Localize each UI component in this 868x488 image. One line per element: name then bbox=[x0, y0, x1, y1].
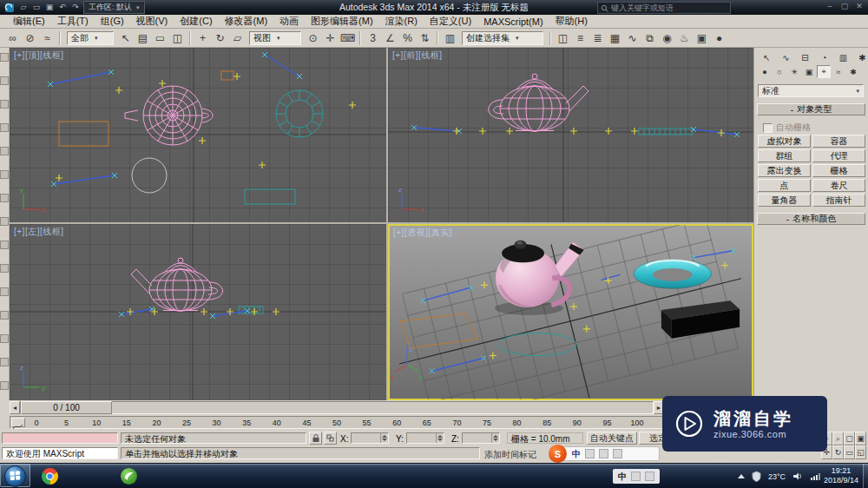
cameras-category-icon[interactable]: ▣ bbox=[802, 65, 816, 78]
helper-button[interactable]: 代理 bbox=[812, 149, 865, 162]
helper-button[interactable]: 容器 bbox=[812, 135, 865, 148]
geometry-category-icon[interactable]: ● bbox=[758, 65, 772, 78]
spinner[interactable] bbox=[436, 433, 444, 443]
material-editor-icon[interactable]: ◉ bbox=[659, 30, 675, 46]
grid-setting[interactable]: 栅格 = 10.0mm bbox=[507, 432, 583, 444]
rectangle-spline[interactable] bbox=[59, 122, 108, 146]
box-shaded[interactable] bbox=[661, 300, 740, 339]
viewport-perspective[interactable]: [+][透视][真实] bbox=[388, 224, 753, 400]
ime-toolbar[interactable]: S 中 bbox=[550, 446, 660, 461]
dock-icon[interactable] bbox=[0, 334, 9, 343]
torus-shaded[interactable] bbox=[634, 260, 711, 289]
lights-category-icon[interactable]: ☀ bbox=[787, 65, 801, 78]
search-input[interactable] bbox=[611, 3, 727, 12]
viewport-left-label[interactable]: [+][左][线框] bbox=[14, 226, 64, 238]
weather-indicator[interactable]: 23°C bbox=[768, 472, 786, 481]
language-mode[interactable]: 中 bbox=[618, 471, 627, 483]
select-by-name-icon[interactable]: ▤ bbox=[135, 30, 151, 46]
save-file-icon[interactable]: ▣ bbox=[43, 2, 56, 13]
schematic-view-icon[interactable]: ⧉ bbox=[641, 30, 658, 46]
keyboard-override-icon[interactable]: ⌨ bbox=[339, 30, 356, 46]
minimize-button[interactable]: – bbox=[824, 1, 836, 12]
display-tab-icon[interactable]: ▥ bbox=[834, 49, 852, 65]
motion-tab-icon[interactable]: ◔ bbox=[815, 49, 833, 65]
select-object-icon[interactable]: ↖ bbox=[117, 30, 134, 46]
orbit-icon[interactable]: ↻ bbox=[832, 445, 844, 459]
ime-keyboard-icon[interactable] bbox=[585, 449, 595, 458]
zoom-all-icon[interactable]: ⌕ bbox=[832, 432, 844, 445]
window-crossing-icon[interactable]: ◫ bbox=[169, 30, 186, 46]
viewport-left[interactable]: [+][左][线框] bbox=[10, 224, 386, 400]
spinner-snap-icon[interactable]: ⇅ bbox=[417, 30, 433, 46]
layer-manager-icon[interactable]: ≣ bbox=[589, 30, 606, 46]
teapot-left-wireframe[interactable] bbox=[131, 258, 223, 311]
dock-icon[interactable] bbox=[0, 76, 9, 85]
sogou-logo-icon[interactable]: S bbox=[549, 445, 567, 463]
volume-icon[interactable] bbox=[792, 472, 803, 481]
select-and-link-icon[interactable]: ∞ bbox=[4, 30, 21, 46]
redo-icon[interactable]: ↷ bbox=[69, 2, 82, 13]
dock-icon[interactable] bbox=[0, 170, 9, 179]
torus-left-wireframe[interactable] bbox=[239, 307, 263, 313]
bind-to-spacewarp-icon[interactable]: ≈ bbox=[39, 30, 56, 46]
percent-snap-icon[interactable]: % bbox=[399, 30, 416, 46]
dock-icon[interactable] bbox=[0, 53, 9, 62]
helper-button[interactable]: 虚拟对象 bbox=[758, 135, 811, 148]
modify-tab-icon[interactable]: ∿ bbox=[777, 49, 795, 65]
menu-item[interactable]: 创建(C) bbox=[174, 14, 218, 29]
maxscript-macro-recorder[interactable] bbox=[2, 432, 118, 444]
language-bar[interactable]: 中 bbox=[613, 469, 660, 484]
new-scene-icon[interactable]: ▱ bbox=[17, 2, 30, 13]
helper-button[interactable]: 露出变换 bbox=[758, 164, 811, 177]
helper-category-dropdown[interactable]: 标准 ▾ bbox=[758, 84, 864, 97]
search-box[interactable] bbox=[597, 2, 731, 14]
select-rotate-icon[interactable]: ↻ bbox=[212, 30, 228, 46]
show-desktop-button[interactable] bbox=[863, 464, 868, 488]
dock-icon[interactable] bbox=[0, 311, 9, 320]
teapot-top-wireframe[interactable] bbox=[125, 86, 213, 145]
dock-icon[interactable] bbox=[0, 264, 9, 273]
viewport-top-label[interactable]: [+][顶][线框] bbox=[14, 49, 64, 62]
shapes-category-icon[interactable]: ○ bbox=[773, 65, 786, 78]
menu-item[interactable]: MAXScript(M) bbox=[477, 16, 549, 28]
workspace-dropdown[interactable]: 工作区: 默认 ▾ bbox=[83, 1, 145, 14]
viewport-top[interactable]: [+][顶][线框] bbox=[10, 48, 386, 222]
start-button[interactable] bbox=[3, 465, 27, 488]
language-settings-icon[interactable] bbox=[645, 472, 654, 481]
close-button[interactable]: ✕ bbox=[853, 1, 865, 12]
helper-button[interactable]: 量角器 bbox=[758, 194, 811, 207]
ime-tools-icon[interactable] bbox=[613, 449, 622, 458]
menu-item[interactable]: 视图(V) bbox=[130, 14, 174, 29]
ime-mode-toggle[interactable]: 中 bbox=[572, 448, 581, 460]
helper-button[interactable]: 群组 bbox=[758, 149, 811, 162]
selection-lock-button[interactable] bbox=[309, 432, 322, 445]
z-coordinate-field[interactable] bbox=[462, 432, 500, 444]
show-hidden-icons-chevron[interactable] bbox=[738, 474, 745, 478]
viewport-front-label[interactable]: [+][前][线框] bbox=[392, 49, 443, 62]
create-tab-icon[interactable]: ↖ bbox=[758, 49, 776, 65]
dock-icon[interactable] bbox=[0, 194, 9, 202]
teapot-shaded[interactable] bbox=[496, 241, 584, 307]
viewport-front[interactable]: [+][前][线框] bbox=[388, 48, 753, 222]
point-helpers[interactable] bbox=[56, 73, 356, 181]
autogrid-checkbox[interactable] bbox=[763, 123, 773, 133]
viewport-perspective-label[interactable]: [+][透视][真实] bbox=[393, 227, 452, 239]
absolute-offset-toggle[interactable] bbox=[324, 432, 337, 445]
menu-item[interactable]: 编辑(E) bbox=[7, 14, 51, 29]
taskbar-clock[interactable]: 19:21 2018/9/14 bbox=[819, 466, 863, 485]
zoom-region-icon[interactable]: ▭ bbox=[844, 445, 855, 459]
timeline-slider[interactable]: 0 / 100 bbox=[21, 401, 112, 414]
selection-filter-dropdown[interactable]: 全部▾ bbox=[67, 31, 114, 45]
unlink-selection-icon[interactable]: ⊘ bbox=[22, 30, 38, 46]
curve-editor-icon[interactable]: ∿ bbox=[624, 30, 641, 46]
select-scale-icon[interactable]: ▱ bbox=[229, 30, 246, 46]
snap-toggle-icon[interactable]: 3 bbox=[365, 30, 381, 46]
menu-item[interactable]: 修改器(M) bbox=[219, 14, 274, 29]
auto-key-button[interactable]: 自动关键点 bbox=[587, 432, 637, 445]
dock-icon[interactable] bbox=[0, 287, 9, 296]
language-keyboard-icon[interactable] bbox=[631, 472, 641, 481]
spinner[interactable] bbox=[380, 433, 388, 443]
teapot-front-wireframe[interactable] bbox=[489, 74, 589, 131]
open-file-icon[interactable]: ▭ bbox=[30, 2, 43, 13]
helper-button[interactable]: 点 bbox=[758, 179, 811, 192]
